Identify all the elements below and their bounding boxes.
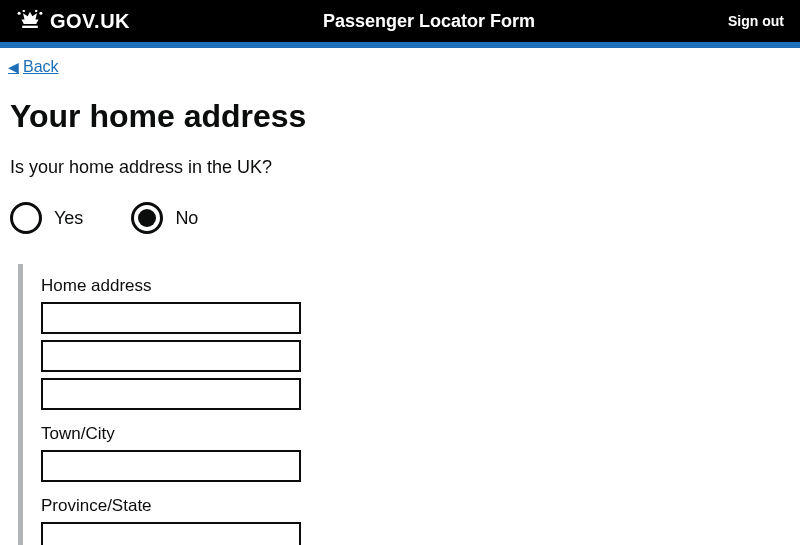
home-address-label: Home address <box>41 276 790 296</box>
page-title: Your home address <box>10 98 790 135</box>
govuk-logo-text[interactable]: GOV.UK <box>50 10 130 33</box>
svg-point-1 <box>39 12 42 15</box>
radio-no-label: No <box>175 208 198 229</box>
province-state-input[interactable] <box>41 522 301 545</box>
service-name: Passenger Locator Form <box>323 11 535 32</box>
caret-left-icon: ◀ <box>8 59 19 75</box>
town-city-label: Town/City <box>41 424 790 444</box>
site-header: GOV.UK Passenger Locator Form Sign out <box>0 0 800 42</box>
main-content: Your home address Is your home address i… <box>0 76 800 545</box>
address-line1-input[interactable] <box>41 302 301 334</box>
radio-yes-label: Yes <box>54 208 83 229</box>
crown-icon <box>16 10 44 32</box>
address-line2-input[interactable] <box>41 340 301 372</box>
header-accent-bar <box>0 42 800 48</box>
svg-rect-4 <box>22 26 38 28</box>
radio-selected-dot <box>138 209 156 227</box>
sign-out-link[interactable]: Sign out <box>728 13 784 29</box>
radio-group-uk-address: Yes No <box>10 202 790 234</box>
back-link-label: Back <box>23 58 59 76</box>
svg-point-0 <box>18 12 21 15</box>
question-text: Is your home address in the UK? <box>10 157 790 178</box>
svg-point-2 <box>23 10 25 12</box>
header-left: GOV.UK <box>16 10 130 33</box>
province-state-label: Province/State <box>41 496 790 516</box>
town-city-input[interactable] <box>41 450 301 482</box>
address-panel: Home address Town/City Province/State <box>18 264 790 545</box>
radio-icon <box>131 202 163 234</box>
back-link[interactable]: ◀ Back <box>8 58 59 76</box>
address-line3-input[interactable] <box>41 378 301 410</box>
radio-yes[interactable]: Yes <box>10 202 83 234</box>
svg-point-3 <box>35 10 37 12</box>
radio-no[interactable]: No <box>131 202 198 234</box>
radio-icon <box>10 202 42 234</box>
